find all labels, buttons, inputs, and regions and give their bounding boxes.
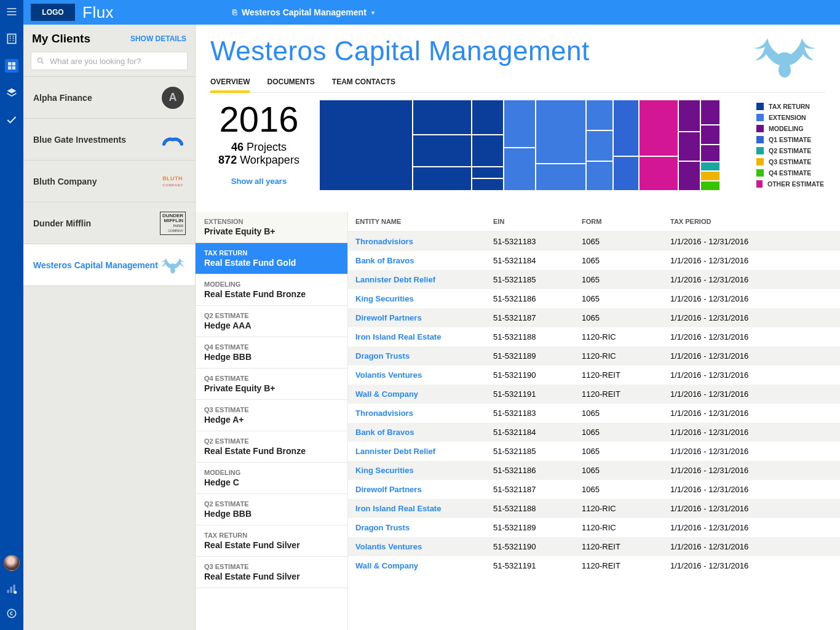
th-form[interactable]: FORM bbox=[574, 212, 663, 232]
treemap-block[interactable] bbox=[413, 100, 471, 134]
entity-link[interactable]: Wall & Company bbox=[355, 389, 418, 399]
table-row[interactable]: King Securities51-532118610651/1/2016 - … bbox=[348, 461, 840, 480]
treemap-block[interactable] bbox=[413, 135, 471, 165]
table-row[interactable]: Direwolf Partners51-532118710651/1/2016 … bbox=[348, 480, 840, 499]
entity-link[interactable]: Bank of Bravos bbox=[355, 428, 414, 437]
table-row[interactable]: Thronadvisiors51-532118310651/1/2016 - 1… bbox=[348, 404, 840, 423]
tab-team-contacts[interactable]: TEAM CONTACTS bbox=[332, 78, 395, 92]
treemap-block[interactable] bbox=[536, 164, 585, 190]
treemap-chart[interactable] bbox=[320, 100, 748, 190]
treemap-block[interactable] bbox=[701, 126, 719, 144]
client-item[interactable]: Dunder MifflinDUNDERMIFFLINPAPER COMPANY bbox=[23, 202, 195, 244]
project-item[interactable]: MODELINGReal Estate Fund Bronze bbox=[196, 274, 347, 306]
treemap-block[interactable] bbox=[472, 135, 503, 165]
project-item[interactable]: Q4 ESTIMATEPrivate Equity B+ bbox=[196, 369, 347, 400]
treemap-block[interactable] bbox=[614, 157, 638, 190]
treemap-block[interactable] bbox=[701, 172, 719, 180]
project-item[interactable]: TAX RETURNReal Estate Fund Gold bbox=[196, 243, 347, 274]
table-row[interactable]: Dragon Trusts51-53211891120-RIC1/1/2016 … bbox=[348, 346, 840, 365]
treemap-block[interactable] bbox=[679, 132, 700, 161]
treemap-block[interactable] bbox=[679, 100, 700, 131]
treemap-block[interactable] bbox=[472, 100, 503, 134]
entity-link[interactable]: Thronadvisiors bbox=[355, 409, 413, 418]
project-item[interactable]: Q4 ESTIMATEHedge BBB bbox=[196, 337, 347, 369]
entity-link[interactable]: Lannister Debt Relief bbox=[355, 275, 435, 284]
entity-link[interactable]: King Securities bbox=[355, 294, 414, 303]
treemap-block[interactable] bbox=[320, 100, 412, 190]
client-item[interactable]: Blue Gate Investments bbox=[23, 119, 195, 161]
treemap-block[interactable] bbox=[701, 181, 719, 190]
table-row[interactable]: Thronadvisiors51-532118310651/1/2016 - 1… bbox=[348, 232, 840, 252]
client-item[interactable]: Alpha FinanceA bbox=[23, 77, 195, 119]
project-item[interactable]: MODELINGHedge C bbox=[196, 463, 347, 494]
treemap-block[interactable] bbox=[701, 100, 719, 124]
project-item[interactable]: Q3 ESTIMATEReal Estate Fund Silver bbox=[196, 557, 347, 588]
treemap-block[interactable] bbox=[472, 167, 503, 178]
entity-link[interactable]: Bank of Bravos bbox=[355, 256, 414, 265]
treemap-block[interactable] bbox=[413, 167, 471, 190]
treemap-block[interactable] bbox=[640, 157, 678, 190]
grid-icon[interactable] bbox=[5, 59, 18, 73]
project-item[interactable]: Q2 ESTIMATEReal Estate Fund Bronze bbox=[196, 431, 347, 463]
table-row[interactable]: Bank of Bravos51-532118410651/1/2016 - 1… bbox=[348, 251, 840, 270]
settings-signal-icon[interactable] bbox=[5, 582, 18, 596]
entity-link[interactable]: King Securities bbox=[355, 466, 414, 475]
entity-link[interactable]: Wall & Company bbox=[355, 561, 418, 570]
treemap-block[interactable] bbox=[536, 100, 585, 163]
table-row[interactable]: Dragon Trusts51-53211891120-RIC1/1/2016 … bbox=[348, 518, 840, 537]
treemap-block[interactable] bbox=[679, 162, 700, 190]
search-input-wrap[interactable] bbox=[31, 52, 188, 70]
entity-link[interactable]: Volantis Ventures bbox=[355, 370, 422, 380]
treemap-block[interactable] bbox=[614, 100, 638, 156]
tab-documents[interactable]: DOCUMENTS bbox=[267, 78, 314, 92]
treemap-block[interactable] bbox=[587, 162, 612, 190]
th-entity[interactable]: ENTITY NAME bbox=[348, 212, 486, 232]
breadcrumb[interactable]: ⎘ Westeros Capital Management ▾ bbox=[232, 7, 374, 17]
entity-link[interactable]: Direwolf Partners bbox=[355, 485, 422, 494]
table-row[interactable]: Iron Island Real Estate51-53211881120-RI… bbox=[348, 327, 840, 346]
table-row[interactable]: King Securities51-532118610651/1/2016 - … bbox=[348, 289, 840, 308]
table-row[interactable]: Volantis Ventures51-53211901120-REIT1/1/… bbox=[348, 365, 840, 385]
treemap-block[interactable] bbox=[472, 179, 503, 190]
treemap-block[interactable] bbox=[587, 131, 612, 161]
table-row[interactable]: Lannister Debt Relief51-532118510651/1/2… bbox=[348, 270, 840, 289]
th-period[interactable]: TAX PERIOD bbox=[663, 212, 840, 232]
entity-link[interactable]: Volantis Ventures bbox=[355, 542, 422, 551]
project-item[interactable]: Q2 ESTIMATEHedge AAA bbox=[196, 306, 347, 337]
treemap-block[interactable] bbox=[701, 162, 719, 171]
entity-link[interactable]: Iron Island Real Estate bbox=[355, 504, 441, 513]
client-item[interactable]: Bluth CompanyBLUTHCOMPANY bbox=[23, 161, 195, 202]
entity-link[interactable]: Dragon Trusts bbox=[355, 351, 410, 361]
table-row[interactable]: Volantis Ventures51-53211901120-REIT1/1/… bbox=[348, 537, 840, 556]
entity-link[interactable]: Thronadvisiors bbox=[355, 237, 413, 246]
layers-icon[interactable] bbox=[5, 86, 18, 100]
search-input[interactable] bbox=[50, 57, 182, 66]
project-item[interactable]: Q2 ESTIMATEHedge BBB bbox=[196, 494, 347, 525]
entity-link[interactable]: Direwolf Partners bbox=[355, 313, 422, 322]
th-ein[interactable]: EIN bbox=[486, 212, 574, 232]
treemap-block[interactable] bbox=[701, 145, 719, 161]
table-row[interactable]: Lannister Debt Relief51-532118510651/1/2… bbox=[348, 442, 840, 461]
table-row[interactable]: Bank of Bravos51-532118410651/1/2016 - 1… bbox=[348, 423, 840, 442]
copyright-icon[interactable] bbox=[5, 607, 18, 620]
table-row[interactable]: Wall & Company51-53211911120-REIT1/1/201… bbox=[348, 385, 840, 404]
building-icon[interactable] bbox=[5, 32, 18, 46]
entity-link[interactable]: Iron Island Real Estate bbox=[355, 332, 441, 341]
entity-link[interactable]: Lannister Debt Relief bbox=[355, 447, 435, 456]
entity-link[interactable]: Dragon Trusts bbox=[355, 523, 410, 532]
table-row[interactable]: Direwolf Partners51-532118710651/1/2016 … bbox=[348, 308, 840, 327]
treemap-block[interactable] bbox=[504, 100, 535, 147]
client-item[interactable]: Westeros Capital Management bbox=[23, 244, 195, 286]
tab-overview[interactable]: OVERVIEW bbox=[210, 78, 250, 92]
table-row[interactable]: Wall & Company51-53211911120-REIT1/1/201… bbox=[348, 556, 840, 575]
hamburger-icon[interactable] bbox=[5, 5, 18, 18]
treemap-block[interactable] bbox=[587, 100, 612, 130]
table-row[interactable]: Iron Island Real Estate51-53211881120-RI… bbox=[348, 499, 840, 518]
user-avatar[interactable] bbox=[4, 555, 20, 571]
show-details-link[interactable]: SHOW DETAILS bbox=[130, 34, 186, 43]
check-icon[interactable] bbox=[5, 113, 18, 127]
show-all-years-link[interactable]: Show all years bbox=[210, 177, 307, 186]
treemap-block[interactable] bbox=[640, 100, 678, 156]
treemap-block[interactable] bbox=[504, 148, 535, 190]
project-item[interactable]: EXTENSIONPrivate Equity B+ bbox=[196, 212, 347, 243]
